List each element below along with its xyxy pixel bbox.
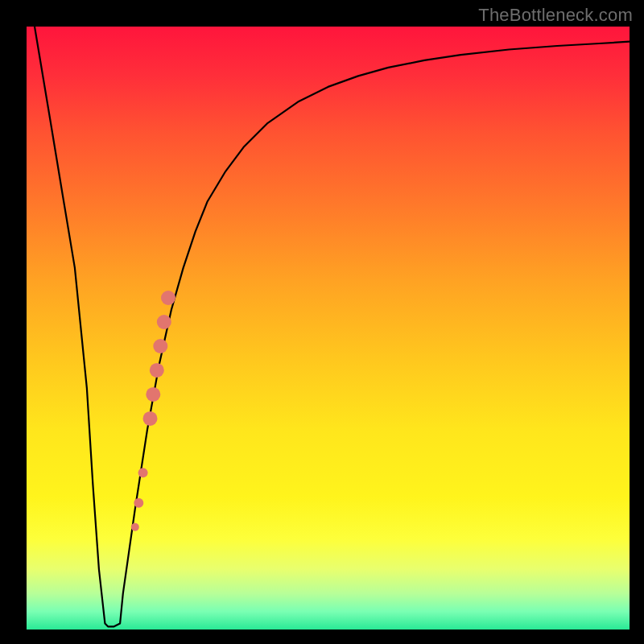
data-marker xyxy=(146,387,160,402)
data-marker xyxy=(143,411,158,426)
data-marker xyxy=(150,363,164,378)
frame-mask xyxy=(0,0,27,644)
data-marker xyxy=(157,315,171,329)
watermark-text: TheBottleneck.com xyxy=(478,5,633,26)
curve-layer xyxy=(27,0,630,626)
frame-mask xyxy=(630,0,644,644)
bottleneck-curve xyxy=(27,0,630,626)
frame-mask xyxy=(0,630,644,644)
data-marker xyxy=(134,498,143,508)
data-marker xyxy=(153,339,167,353)
chart-frame: TheBottleneck.com xyxy=(0,0,644,644)
data-marker xyxy=(138,468,148,477)
data-marker xyxy=(131,523,139,531)
chart-overlay xyxy=(0,0,644,644)
data-marker xyxy=(161,291,175,305)
